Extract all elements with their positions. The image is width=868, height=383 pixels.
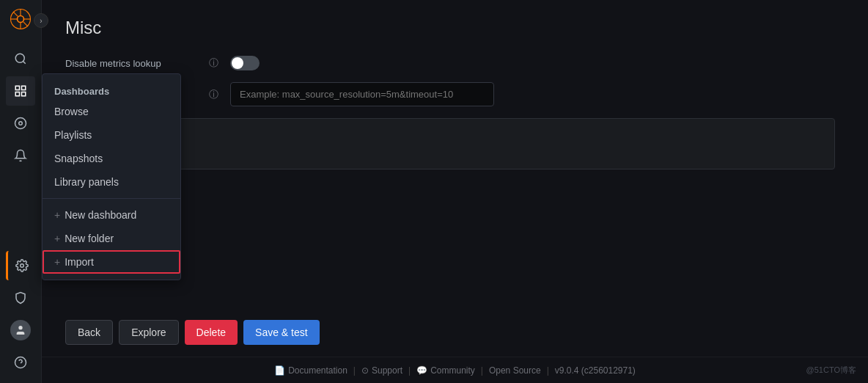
new-folder-label: New folder: [65, 233, 114, 244]
svg-rect-11: [22, 86, 26, 90]
svg-line-9: [23, 61, 25, 63]
menu-item-new-dashboard[interactable]: + New dashboard: [43, 203, 180, 227]
footer-version: v9.0.4 (c256012971): [555, 365, 636, 376]
sidebar-item-dashboards[interactable]: [6, 76, 35, 106]
custom-params-info-icon[interactable]: ⓘ: [209, 88, 218, 101]
footer: 📄 Documentation | ⊙ Support | 💬 Communit…: [42, 357, 868, 383]
playlists-label: Playlists: [54, 129, 92, 141]
support-icon: ⊙: [361, 365, 369, 376]
menu-item-import[interactable]: + Import: [43, 250, 180, 274]
page-title: Misc: [65, 18, 845, 38]
delete-button[interactable]: Delete: [185, 320, 238, 345]
documentation-icon: 📄: [274, 365, 285, 376]
open-source-link[interactable]: Open Source: [489, 365, 541, 376]
back-button[interactable]: Back: [65, 320, 113, 345]
sidebar-item-settings[interactable]: [6, 251, 35, 280]
toggle-knob: [232, 57, 243, 69]
alert-detail: 情: [81, 145, 820, 157]
new-dashboard-label: New dashboard: [65, 209, 136, 221]
menu-divider: [43, 198, 180, 199]
menu-item-snapshots[interactable]: Snapshots: [43, 147, 180, 170]
svg-rect-13: [22, 92, 26, 96]
browse-label: Browse: [54, 106, 89, 117]
action-buttons: Back Explore Delete Save & test: [65, 320, 320, 345]
save-test-button[interactable]: Save & test: [243, 320, 320, 345]
disable-metrics-info-icon[interactable]: ⓘ: [209, 56, 218, 70]
svg-point-17: [18, 326, 22, 329]
documentation-link[interactable]: 📄 Documentation: [274, 365, 347, 376]
open-source-label: Open Source: [489, 365, 541, 376]
sidebar-bottom: [0, 251, 41, 383]
plus-icon-new-folder: +: [54, 233, 60, 244]
menu-item-browse[interactable]: Browse: [43, 100, 180, 123]
plus-icon-new-dashboard: +: [54, 209, 60, 221]
svg-rect-12: [15, 92, 19, 96]
svg-point-14: [15, 118, 26, 129]
sidebar-item-search[interactable]: [6, 44, 35, 73]
support-link[interactable]: ⊙ Support: [361, 365, 402, 376]
sidebar-item-shield[interactable]: [6, 283, 35, 313]
alert-text: a source is working: [81, 131, 820, 142]
community-icon: 💬: [416, 365, 427, 376]
documentation-label: Documentation: [288, 365, 347, 376]
sidebar-item-explore[interactable]: [6, 109, 35, 138]
disable-metrics-row: Disable metrics lookup ⓘ: [65, 56, 845, 70]
support-label: Support: [372, 365, 402, 376]
footer-sep-1: |: [353, 365, 356, 376]
sidebar-item-alerting[interactable]: [6, 141, 35, 170]
community-link[interactable]: 💬 Community: [416, 365, 475, 376]
menu-item-library-panels[interactable]: Library panels: [43, 170, 180, 194]
disable-metrics-toggle[interactable]: [230, 56, 260, 70]
menu-item-new-folder[interactable]: + New folder: [43, 227, 180, 250]
custom-params-row: meters ⓘ: [65, 82, 845, 106]
explore-button[interactable]: Explore: [119, 320, 178, 345]
dashboards-menu-title: Dashboards: [43, 80, 180, 100]
menu-item-playlists[interactable]: Playlists: [43, 123, 180, 147]
grafana-logo[interactable]: [7, 6, 34, 32]
disable-metrics-label: Disable metrics lookup: [65, 58, 197, 69]
svg-point-16: [20, 264, 23, 268]
svg-point-8: [15, 54, 24, 62]
sidebar-item-user[interactable]: [6, 315, 35, 345]
plus-icon-import: +: [54, 256, 60, 268]
sidebar: ›: [0, 0, 42, 383]
footer-sep-4: |: [547, 365, 549, 376]
footer-sep-2: |: [408, 365, 411, 376]
snapshots-label: Snapshots: [54, 153, 103, 164]
custom-params-input[interactable]: [230, 82, 494, 106]
import-label: Import: [65, 256, 94, 268]
dashboards-dropdown: Dashboards Browse Playlists Snapshots Li…: [42, 73, 181, 280]
library-panels-label: Library panels: [54, 176, 119, 188]
sidebar-expand-button[interactable]: ›: [34, 13, 48, 28]
sidebar-item-help[interactable]: [6, 348, 35, 377]
footer-sep-3: |: [481, 365, 483, 376]
sidebar-nav: [0, 44, 41, 170]
footer-brand: @51CTO博客: [806, 365, 856, 376]
svg-rect-10: [15, 86, 19, 90]
community-label: Community: [430, 365, 475, 376]
svg-point-15: [19, 122, 23, 125]
